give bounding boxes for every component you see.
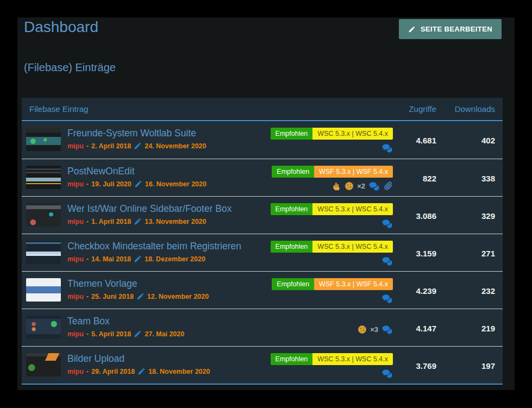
edited-pencil-icon [134, 180, 142, 188]
created-date: 5. April 2018 [91, 330, 131, 338]
table-row: Bilder Upload mipu - 29. April 2018 18. … [22, 346, 503, 384]
downloads-count: 402 [436, 136, 495, 149]
entry-title-link[interactable]: Themen Vorlage [67, 278, 209, 290]
table-row: Team Box mipu - 5. April 2018 27. Mai 20… [22, 309, 503, 346]
recommended-badge: Empfohlen [272, 278, 314, 290]
entry-title-link[interactable]: Team Box [67, 316, 184, 327]
meta-separator: - [86, 180, 89, 188]
column-header-entry[interactable]: Filebase Eintrag [29, 104, 393, 114]
entry-thumbnail[interactable] [26, 128, 61, 151]
entry-meta: mipu - 1. April 2018 13. November 2020 [67, 217, 231, 225]
views-count: 4.147 [393, 324, 436, 337]
table-row: Freunde-System Woltlab Suite mipu - 2. A… [22, 121, 503, 159]
table-row: Wer Ist/War Online Sidebar/Footer Box mi… [22, 196, 503, 234]
entry-thumbnail[interactable] [26, 278, 61, 302]
created-date: 1. April 2018 [91, 218, 131, 225]
filebase-entries-table: Filebase Eintrag Zugriffe Downloads Freu… [22, 98, 503, 385]
meta-separator: - [86, 255, 89, 263]
page-title: Dashboard [24, 18, 98, 36]
downloads-count: 338 [436, 174, 495, 187]
comments-icon[interactable] [381, 218, 393, 229]
recommended-badge: Empfohlen [271, 203, 313, 215]
meta-separator: - [86, 218, 89, 225]
entry-title-link[interactable]: PostNewOnEdit [67, 166, 206, 177]
paperclip-icon[interactable] [383, 181, 393, 191]
author-link[interactable]: mipu [67, 368, 84, 375]
entry-meta: mipu - 19. Juli 2020 16. November 2020 [67, 180, 206, 188]
entry-title-link[interactable]: Freunde-System Woltlab Suite [67, 128, 206, 139]
meta-separator: - [86, 368, 89, 375]
entry-thumbnail[interactable] [26, 353, 61, 376]
comments-icon[interactable] [381, 324, 393, 335]
views-count: 3.086 [393, 211, 436, 225]
pencil-icon [408, 26, 416, 33]
updated-date: 24. November 2020 [145, 142, 206, 150]
version-badge: WSC 5.3.x | WSC 5.4.x [312, 353, 393, 365]
edited-pencil-icon [134, 142, 142, 150]
table-row: Themen Vorlage mipu - 25. Juni 2018 12. … [22, 271, 503, 309]
entry-meta: mipu - 29. April 2018 18. November 2020 [67, 367, 210, 375]
column-header-views[interactable]: Zugriffe [393, 104, 436, 114]
author-link[interactable]: mipu [67, 142, 84, 150]
reaction-multiplier: ×3 [370, 325, 378, 334]
table-row: Checkbox Mindestalter beim Registrieren … [22, 234, 503, 271]
comments-icon[interactable] [381, 293, 393, 304]
entry-meta: mipu - 5. April 2018 27. Mai 2020 [67, 330, 184, 338]
main-content-panel: Dashboard SEITE BEARBEITEN (Filebase) Ei… [17, 17, 515, 390]
section-title: (Filebase) Einträge [24, 61, 116, 74]
entry-title-link[interactable]: Wer Ist/War Online Sidebar/Footer Box [67, 203, 231, 215]
author-link[interactable]: mipu [67, 255, 84, 263]
comments-icon[interactable] [381, 256, 393, 266]
entry-thumbnail[interactable] [26, 316, 61, 339]
updated-date: 13. November 2020 [145, 218, 206, 225]
recommended-badge: Empfohlen [271, 241, 313, 253]
edit-page-button-label: SEITE BEARBEITEN [421, 25, 492, 33]
entry-meta: mipu - 14. Mai 2018 18. Dezember 2020 [67, 255, 241, 263]
meta-separator: - [86, 293, 89, 300]
entry-thumbnail[interactable] [26, 166, 61, 189]
views-count: 4.681 [393, 136, 436, 149]
recommended-badge: Empfohlen [271, 128, 313, 140]
author-link[interactable]: mipu [67, 218, 84, 225]
meta-separator: - [86, 142, 89, 150]
entry-meta: mipu - 2. April 2018 24. November 2020 [67, 142, 206, 150]
updated-date: 12. November 2020 [147, 293, 209, 300]
downloads-count: 197 [436, 361, 495, 375]
edited-pencil-icon [136, 292, 145, 300]
entry-thumbnail[interactable] [26, 203, 61, 227]
updated-date: 18. Dezember 2020 [145, 255, 205, 263]
cookie-reaction-icon [345, 181, 354, 191]
comments-icon[interactable] [368, 181, 380, 191]
edited-pencil-icon [134, 255, 142, 263]
meta-separator: - [86, 330, 89, 338]
recommended-badge: Empfohlen [271, 353, 313, 365]
downloads-count: 219 [436, 324, 495, 337]
table-row: PostNewOnEdit mipu - 19. Juli 2020 16. N… [22, 159, 503, 196]
author-link[interactable]: mipu [67, 180, 84, 188]
comments-icon[interactable] [381, 368, 393, 379]
author-link[interactable]: mipu [67, 330, 84, 338]
edited-pencil-icon [134, 330, 142, 338]
updated-date: 16. November 2020 [145, 180, 206, 188]
column-header-downloads[interactable]: Downloads [436, 104, 495, 114]
author-link[interactable]: mipu [67, 293, 84, 300]
updated-date: 27. Mai 2020 [145, 330, 184, 338]
views-count: 3.159 [393, 249, 436, 262]
edit-page-button[interactable]: SEITE BEARBEITEN [399, 19, 502, 39]
downloads-count: 329 [436, 211, 495, 225]
created-date: 19. Juli 2020 [91, 180, 132, 188]
views-count: 822 [393, 174, 436, 187]
edited-pencil-icon [134, 217, 142, 225]
entry-title-link[interactable]: Checkbox Mindestalter beim Registrieren [67, 241, 241, 252]
created-date: 29. April 2018 [91, 368, 135, 375]
views-count: 3.769 [393, 361, 436, 375]
entry-title-link[interactable]: Bilder Upload [67, 353, 210, 365]
reaction-multiplier: ×2 [357, 182, 365, 190]
version-badge: WSC 5.3.x | WSC 5.4.x [312, 241, 393, 253]
updated-date: 18. November 2020 [148, 368, 210, 375]
comments-icon[interactable] [381, 143, 393, 153]
created-date: 2. April 2018 [91, 142, 131, 150]
entry-meta: mipu - 25. Juni 2018 12. November 2020 [67, 292, 209, 300]
entry-thumbnail[interactable] [26, 241, 61, 264]
edited-pencil-icon [137, 367, 146, 375]
